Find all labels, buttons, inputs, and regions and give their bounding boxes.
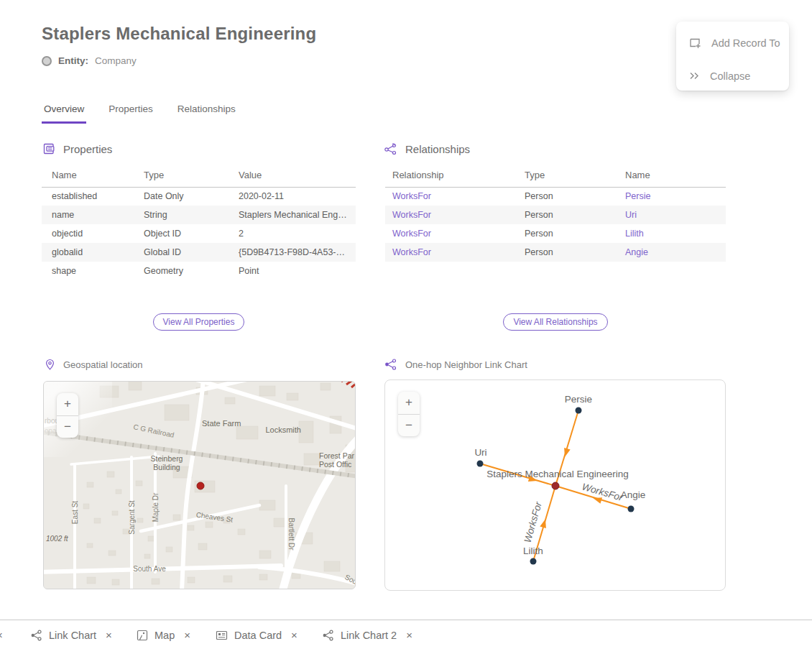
entity-label: Entity: (58, 55, 88, 66)
properties-icon (43, 143, 55, 155)
link-chart-canvas: WorksFor WorksFor Persie Uri Angie Lilit… (385, 380, 726, 591)
svg-text:Uri: Uri (474, 447, 486, 458)
cell: {5D9B4713-F98D-4A53-… (239, 243, 356, 262)
table-row: globalid Global ID {5D9B4713-F98D-4A53-… (42, 243, 356, 262)
svg-text:Maple Dr: Maple Dr (152, 492, 160, 522)
chart-zoom-control: + − (398, 392, 420, 436)
view-all-properties-button[interactable]: View All Properties (153, 313, 245, 331)
svg-text:Staplers Mechanical Engineerin: Staplers Mechanical Engineering (486, 469, 628, 479)
geospatial-map[interactable]: rbour opaedics C G Railroad State Farm L… (43, 381, 356, 589)
tab-label: Link Chart (49, 630, 96, 641)
column-header: Type (144, 167, 239, 187)
tab-relationships[interactable]: Relationships (175, 103, 238, 124)
column-header: Type (525, 167, 625, 187)
svg-text:Steinberg: Steinberg (151, 454, 183, 463)
tab-label: Data Card (234, 630, 282, 641)
map-canvas: rbour opaedics C G Railroad State Farm L… (44, 382, 356, 589)
column-header: Relationship (385, 167, 525, 187)
cell: 2 (239, 224, 356, 243)
table-row: shape Geometry Point (42, 262, 356, 280)
context-menu: Add Record To Collapse (676, 22, 789, 91)
workspace-tab-link-chart-2[interactable]: Link Chart 2 × (322, 620, 412, 649)
node-angie[interactable] (628, 506, 635, 512)
svg-text:Building: Building (153, 463, 180, 471)
cell: Point (239, 262, 356, 280)
node-persie[interactable] (576, 408, 582, 414)
data-card-icon (216, 630, 228, 641)
menu-item-add-record-to[interactable]: Add Record To (688, 31, 789, 55)
one-hop-link-chart[interactable]: WorksFor WorksFor Persie Uri Angie Lilit… (384, 379, 726, 591)
close-icon[interactable]: × (106, 630, 112, 640)
relationships-section-header: Relationships (384, 143, 470, 155)
close-icon[interactable]: × (291, 630, 297, 640)
link-chart-header: One-hop Neighbor Link Chart (384, 359, 527, 370)
table-row: WorksFor Person Lilith (385, 224, 726, 243)
cell: 2020-02-11 (239, 187, 356, 206)
relationship-link[interactable]: WorksFor (385, 243, 525, 262)
tab-label: Map (154, 630, 175, 641)
tab-overview[interactable]: Overview (42, 103, 86, 124)
workspace-tab-link-chart[interactable]: Link Chart × (30, 620, 112, 649)
close-icon[interactable]: × (406, 630, 412, 640)
node-labels: Persie Uri Angie Lilith Staplers Mechani… (474, 394, 645, 556)
view-all-properties-row: View All Properties (42, 313, 356, 331)
double-chevron-right-icon (688, 70, 701, 81)
zoom-out-button[interactable]: − (57, 416, 78, 438)
svg-text:East St: East St (71, 501, 79, 524)
cell: Date Only (144, 187, 239, 206)
relationships-table: Relationship Type Name WorksFor Person P… (385, 167, 726, 262)
cell: Staplers Mechanical Eng… (239, 206, 356, 224)
node-lilith[interactable] (530, 558, 537, 565)
entity-link[interactable]: Uri (625, 206, 726, 224)
relationship-link[interactable]: WorksFor (385, 224, 525, 243)
svg-text:South Ave: South Ave (133, 565, 166, 573)
cell: Global ID (144, 243, 239, 262)
table-row: WorksFor Person Persie (385, 187, 726, 206)
menu-item-label: Collapse (710, 70, 750, 82)
table-row: name String Staplers Mechanical Eng… (42, 206, 356, 224)
map-zoom-control: + − (57, 393, 78, 438)
close-icon[interactable]: × (0, 629, 3, 641)
table-row: WorksFor Person Angie (385, 243, 726, 262)
entity-link[interactable]: Angie (625, 243, 726, 262)
svg-text:Bartlett Dr: Bartlett Dr (287, 517, 295, 551)
menu-item-label: Add Record To (711, 37, 780, 49)
close-icon[interactable]: × (184, 630, 190, 640)
svg-text:Forest Par: Forest Par (319, 451, 355, 460)
section-title: Relationships (405, 143, 470, 155)
table-row: established Date Only 2020-02-11 (42, 187, 356, 206)
link-chart-icon (384, 359, 397, 370)
relationship-link[interactable]: WorksFor (385, 187, 525, 206)
table-header-row: Name Type Value (42, 167, 356, 187)
cell: Geometry (144, 262, 239, 280)
entity-link[interactable]: Persie (625, 187, 726, 206)
link-chart-icon (30, 630, 42, 641)
workspace-tab-map[interactable]: Map × (137, 620, 190, 649)
section-title: Geospatial location (63, 359, 143, 370)
tab-properties[interactable]: Properties (106, 103, 155, 124)
relationship-link[interactable]: WorksFor (385, 206, 525, 224)
cell: established (42, 187, 144, 206)
entity-type-value: Company (95, 55, 137, 66)
table-row: objectid Object ID 2 (42, 224, 356, 243)
cell: Person (525, 224, 625, 243)
svg-text:Lilith: Lilith (523, 546, 543, 556)
map-pin-icon (45, 359, 55, 371)
cell: objectid (42, 224, 144, 243)
entity-link[interactable]: Lilith (625, 224, 726, 243)
cell: globalid (42, 243, 144, 262)
menu-item-collapse[interactable]: Collapse (688, 64, 789, 88)
zoom-in-button[interactable]: + (57, 393, 78, 416)
zoom-out-button[interactable]: − (398, 415, 420, 437)
page-title: Staplers Mechanical Engineering (42, 24, 316, 44)
cell: Person (525, 206, 625, 224)
table-header-row: Relationship Type Name (385, 167, 726, 187)
node-center-entity[interactable] (552, 482, 559, 489)
svg-text:1002 ft: 1002 ft (46, 535, 69, 543)
node-uri[interactable] (477, 461, 484, 467)
entity-type-icon (42, 56, 52, 66)
view-all-relationships-button[interactable]: View All Relationships (503, 313, 607, 331)
zoom-in-button[interactable]: + (398, 392, 420, 415)
entity-location-marker[interactable] (197, 482, 204, 489)
workspace-tab-data-card[interactable]: Data Card × (216, 620, 297, 649)
